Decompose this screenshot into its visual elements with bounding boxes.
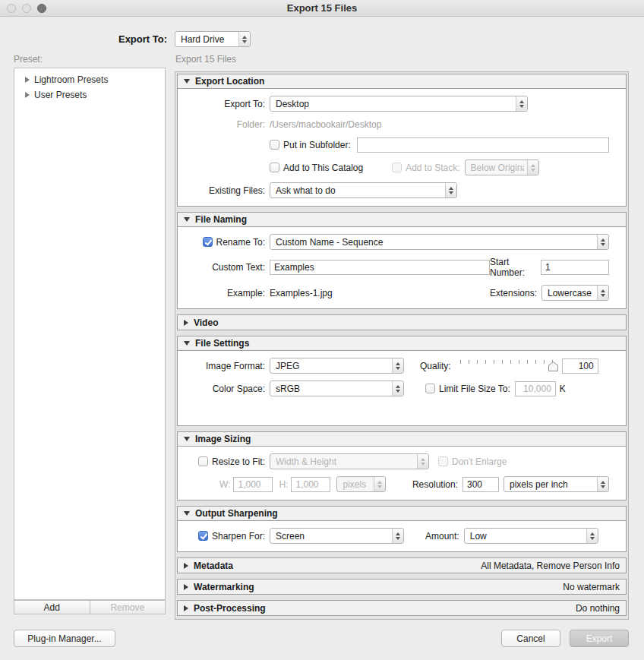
resolution-unit-dropdown[interactable]: pixels per inch <box>504 476 609 492</box>
cancel-button[interactable]: Cancel <box>501 630 560 647</box>
chevron-up-down-icon <box>374 477 385 491</box>
dont-enlarge-label: Don't Enlarge <box>452 456 507 467</box>
rename-to-checkbox[interactable] <box>203 237 213 247</box>
chevron-up-down-icon <box>597 286 608 300</box>
section-header-watermarking[interactable]: Watermarking No watermark <box>178 579 626 594</box>
quality-label: Quality: <box>420 361 451 371</box>
section-export-location: Export Location Export To: Desktop Folde… <box>177 74 627 207</box>
minimize-button[interactable] <box>22 4 31 13</box>
example-label: Example: <box>185 288 265 298</box>
sharpen-for-label: Sharpen For: <box>212 531 265 542</box>
extensions-dropdown[interactable]: Lowercase <box>541 285 609 301</box>
quality-slider[interactable] <box>459 359 556 372</box>
disclosure-triangle-icon[interactable] <box>184 437 190 441</box>
export-button[interactable]: Export <box>570 630 629 647</box>
dimension-unit-dropdown: pixels <box>336 476 386 492</box>
section-metadata: Metadata All Metadata, Remove Person Inf… <box>177 557 627 573</box>
section-output-sharpening: Output Sharpening Sharpen For: Screen Am… <box>177 506 627 552</box>
extensions-label: Extensions: <box>490 288 537 298</box>
section-header-video[interactable]: Video <box>178 315 626 330</box>
resize-to-fit-checkbox[interactable] <box>198 456 208 466</box>
color-space-dropdown[interactable]: sRGB <box>270 381 404 396</box>
image-format-dropdown[interactable]: JPEG <box>270 358 404 374</box>
export-to-dropdown[interactable]: Desktop <box>270 96 528 112</box>
disclosure-triangle-icon[interactable] <box>184 584 188 590</box>
put-in-subfolder-checkbox[interactable] <box>270 140 279 150</box>
section-header-image-sizing[interactable]: Image Sizing <box>178 432 626 447</box>
start-number-label: Start Number: <box>490 257 536 278</box>
add-to-catalog-label: Add to This Catalog <box>283 163 363 173</box>
slider-thumb[interactable] <box>548 362 558 371</box>
section-image-sizing: Image Sizing Resize to Fit: Width & Heig… <box>177 431 627 501</box>
disclosure-triangle-icon[interactable] <box>184 320 188 326</box>
sharpen-target-dropdown[interactable]: Screen <box>270 528 404 544</box>
existing-files-dropdown[interactable]: Ask what to do <box>270 182 457 198</box>
section-header-output-sharpening[interactable]: Output Sharpening <box>178 507 626 521</box>
amount-dropdown[interactable]: Low <box>464 528 598 544</box>
chevron-up-down-icon <box>527 160 538 175</box>
section-header-post-processing[interactable]: Post-Processing Do nothing <box>178 601 626 615</box>
subfolder-row: Put in Subfolder: <box>185 137 609 153</box>
amount-label: Amount: <box>425 531 459 542</box>
add-to-stack-checkbox <box>392 163 402 172</box>
subfolder-name-input[interactable] <box>357 137 609 153</box>
export-destination-dropdown[interactable]: Hard Drive <box>175 31 251 47</box>
image-format-row: Image Format: JPEG Quality: <box>185 358 609 374</box>
resolution-input[interactable] <box>462 477 499 492</box>
add-preset-button[interactable]: Add <box>14 600 90 614</box>
close-button[interactable] <box>7 4 16 13</box>
watermarking-status: No watermark <box>563 582 620 592</box>
quality-value-input[interactable] <box>562 358 598 374</box>
chevron-up-down-icon <box>392 529 403 543</box>
start-number-input[interactable] <box>541 260 609 275</box>
chevron-up-down-icon <box>392 358 403 373</box>
disclosure-triangle-icon[interactable] <box>25 92 30 98</box>
section-header-file-naming[interactable]: File Naming <box>178 213 626 227</box>
rename-template-dropdown[interactable]: Custom Name - Sequence <box>270 234 609 250</box>
chevron-up-down-icon <box>586 529 598 543</box>
plugin-manager-button[interactable]: Plug-in Manager... <box>14 630 115 647</box>
metadata-status: All Metadata, Remove Person Info <box>481 561 620 571</box>
existing-files-label: Existing Files: <box>185 185 265 196</box>
rename-to-row: Rename To: Custom Name - Sequence <box>185 234 609 250</box>
dont-enlarge-checkbox <box>438 456 448 466</box>
disclosure-triangle-icon[interactable] <box>184 511 190 516</box>
chevron-up-down-icon <box>516 96 527 111</box>
limit-file-size-label: Limit File Size To: <box>439 384 510 394</box>
section-post-processing: Post-Processing Do nothing <box>177 600 627 616</box>
section-header-export-location[interactable]: Export Location <box>178 74 626 89</box>
disclosure-triangle-icon[interactable] <box>25 77 30 83</box>
preset-item-label: Lightroom Presets <box>34 74 108 85</box>
disclosure-triangle-icon[interactable] <box>184 563 188 569</box>
zoom-button[interactable] <box>37 4 46 13</box>
example-row: Example: Examples-1.jpg Extensions: Lowe… <box>185 285 609 301</box>
put-in-subfolder-label: Put in Subfolder: <box>283 140 351 150</box>
sidebar-item-user-presets[interactable]: User Presets <box>14 87 165 103</box>
section-header-file-settings[interactable]: File Settings <box>178 336 626 351</box>
disclosure-triangle-icon[interactable] <box>184 217 190 222</box>
disclosure-triangle-icon[interactable] <box>184 341 190 346</box>
color-space-row: Color Space: sRGB Limit File Size To: K <box>185 381 609 396</box>
example-filename: Examples-1.jpg <box>270 288 333 298</box>
slider-ticks <box>460 360 554 364</box>
custom-text-label: Custom Text: <box>185 262 265 273</box>
section-file-settings: File Settings Image Format: JPEG Quality… <box>177 336 627 426</box>
section-file-naming: File Naming Rename To: Custom Name - Seq… <box>177 212 627 309</box>
custom-text-input[interactable] <box>270 260 490 275</box>
resize-to-fit-row: Resize to Fit: Width & Height Don't Enla… <box>185 453 609 469</box>
sidebar-item-lightroom-presets[interactable]: Lightroom Presets <box>14 72 165 87</box>
add-to-catalog-checkbox[interactable] <box>270 163 279 172</box>
chevron-up-down-icon <box>238 32 250 46</box>
disclosure-triangle-icon[interactable] <box>184 605 188 611</box>
width-label: W: <box>219 479 230 490</box>
sharpen-for-row: Sharpen For: Screen Amount: Low <box>185 528 609 544</box>
limit-file-size-input <box>515 381 556 396</box>
section-header-metadata[interactable]: Metadata All Metadata, Remove Person Inf… <box>178 558 626 573</box>
section-watermarking: Watermarking No watermark <box>177 579 627 595</box>
limit-file-size-checkbox[interactable] <box>425 384 435 393</box>
folder-path: /Users/macbookair/Desktop <box>270 119 381 130</box>
sharpen-for-checkbox[interactable] <box>198 531 208 541</box>
panel-header: Export 15 Files <box>175 54 236 65</box>
disclosure-triangle-icon[interactable] <box>184 79 190 84</box>
section-video: Video <box>177 314 627 330</box>
